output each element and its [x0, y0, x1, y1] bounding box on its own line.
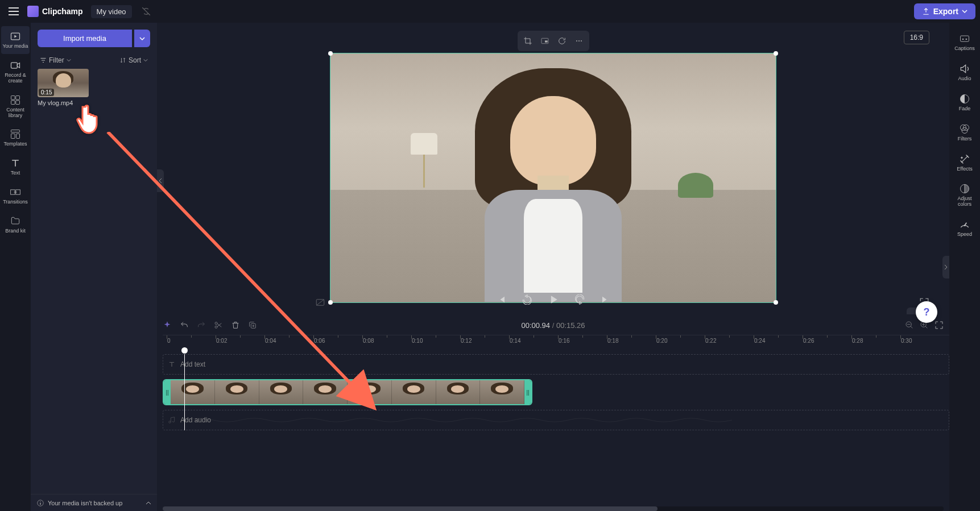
sidebar-text[interactable]: Text	[1, 153, 30, 181]
audio-icon	[959, 63, 970, 74]
play-button[interactable]	[545, 292, 561, 308]
ruler-tick: 0:06	[314, 338, 325, 344]
rpanel-filters[interactable]: Filters	[950, 119, 979, 147]
ruler-tick: 0:26	[803, 338, 814, 344]
export-label: Export	[933, 7, 958, 16]
ruler-tick: 0:30	[901, 338, 912, 344]
speed-icon	[959, 219, 970, 230]
left-sidebar: Your media Record & create Content libra…	[0, 23, 31, 511]
svg-rect-3	[16, 95, 20, 99]
import-dropdown-button[interactable]	[134, 30, 150, 47]
ruler-tick: 0:18	[607, 338, 618, 344]
export-button[interactable]: Export	[914, 3, 975, 19]
rpanel-adjust-colors[interactable]: Adjust colors	[950, 178, 979, 212]
playback-controls	[493, 292, 614, 308]
right-sidebar: Captions Audio Fade Filters Effects Adju…	[949, 23, 980, 511]
preview-canvas[interactable]	[330, 53, 776, 303]
topbar: Clipchamp My video Export	[0, 0, 980, 23]
ruler-tick: 0:02	[216, 338, 227, 344]
redo-button[interactable]	[197, 321, 206, 330]
upload-icon	[922, 7, 930, 15]
info-icon	[36, 499, 44, 507]
more-button[interactable]	[572, 34, 586, 48]
rpanel-effects[interactable]: Effects	[950, 149, 979, 177]
sidebar-content-library[interactable]: Content library	[1, 90, 30, 123]
rpanel-speed[interactable]: Speed	[950, 214, 979, 242]
filter-icon	[40, 57, 47, 64]
preview-area: 16:9	[157, 23, 949, 315]
waveform-icon	[186, 416, 732, 425]
sidebar-record-create[interactable]: Record & create	[1, 55, 30, 89]
ai-button[interactable]	[163, 321, 172, 330]
sidebar-your-media[interactable]: Your media	[1, 26, 30, 54]
library-icon	[10, 94, 21, 106]
timeline-ruler[interactable]: 00:020:040:060:080:100:120:140:160:180:2…	[163, 335, 949, 348]
timeline-tracks: Add text || || Add audio	[163, 354, 949, 430]
scrollbar-thumb[interactable]	[163, 506, 658, 511]
text-track[interactable]: Add text	[163, 354, 949, 375]
collapse-right-panel-button[interactable]	[942, 256, 949, 279]
remove-background-button[interactable]	[315, 297, 325, 308]
clip-handle-left[interactable]: ||	[164, 380, 171, 404]
timeline: 00:00.94 / 00:15.26 00:020:040:060:080:1…	[157, 315, 949, 511]
aspect-ratio-button[interactable]: 16:9	[904, 31, 929, 44]
backup-status-bar[interactable]: Your media isn't backed up	[31, 494, 157, 511]
clip-thumbnails	[171, 380, 524, 404]
sidebar-brand-kit[interactable]: Brand kit	[1, 211, 30, 239]
help-button[interactable]: ?	[916, 301, 937, 323]
media-icon	[10, 31, 21, 42]
svg-point-16	[581, 40, 582, 41]
ruler-tick: 0:14	[510, 338, 520, 344]
media-thumbnail[interactable]: 0:15 My vlog.mp4	[38, 69, 89, 106]
sync-off-icon[interactable]	[141, 6, 151, 16]
collapse-panel-button[interactable]	[157, 169, 164, 192]
forward-button[interactable]	[572, 292, 588, 308]
ruler-tick: 0:04	[265, 338, 276, 344]
chevron-down-icon	[143, 58, 148, 63]
audio-track[interactable]: Add audio	[163, 410, 949, 430]
menu-button[interactable]	[5, 2, 23, 20]
svg-point-18	[215, 322, 217, 325]
crop-button[interactable]	[521, 34, 535, 48]
sidebar-transitions[interactable]: Transitions	[1, 182, 30, 210]
sidebar-templates[interactable]: Templates	[1, 124, 30, 152]
ruler-tick: 0:12	[461, 338, 472, 344]
svg-rect-5	[16, 101, 20, 105]
svg-rect-13	[545, 40, 548, 42]
zoom-fit-button[interactable]	[934, 321, 944, 330]
sort-button[interactable]: Sort	[119, 56, 148, 64]
skip-forward-button[interactable]	[598, 292, 614, 308]
ruler-tick: 0:20	[656, 338, 667, 344]
app-logo[interactable]: Clipchamp	[27, 6, 83, 17]
rpanel-fade[interactable]: Fade	[950, 89, 979, 117]
pip-button[interactable]	[538, 34, 552, 48]
split-button[interactable]	[214, 321, 223, 330]
filters-icon	[959, 123, 970, 135]
chevron-up-icon	[146, 500, 151, 506]
effects-icon	[959, 153, 970, 165]
record-icon	[10, 60, 21, 71]
rewind-button[interactable]	[519, 292, 535, 308]
ruler-tick: 0:10	[412, 338, 423, 344]
video-clip[interactable]: || ||	[163, 379, 532, 405]
video-track[interactable]: || ||	[163, 379, 949, 405]
zoom-out-button[interactable]	[905, 321, 914, 330]
rotate-button[interactable]	[555, 34, 569, 48]
timeline-scrollbar[interactable]	[163, 506, 944, 511]
import-media-button[interactable]: Import media	[38, 30, 132, 47]
clip-handle-right[interactable]: ||	[524, 380, 531, 404]
undo-button[interactable]	[180, 321, 189, 330]
rpanel-captions[interactable]: Captions	[950, 28, 979, 56]
delete-button[interactable]	[231, 321, 240, 330]
duplicate-button[interactable]	[248, 321, 257, 330]
rpanel-audio[interactable]: Audio	[950, 59, 979, 86]
templates-icon	[10, 128, 21, 140]
svg-point-19	[215, 326, 217, 328]
skip-back-button[interactable]	[493, 292, 509, 308]
video-title[interactable]: My video	[91, 5, 132, 18]
media-duration: 0:15	[39, 89, 54, 96]
filter-button[interactable]: Filter	[40, 56, 71, 64]
playhead[interactable]	[184, 354, 185, 430]
svg-point-14	[576, 40, 577, 41]
chevron-down-icon	[67, 58, 71, 63]
